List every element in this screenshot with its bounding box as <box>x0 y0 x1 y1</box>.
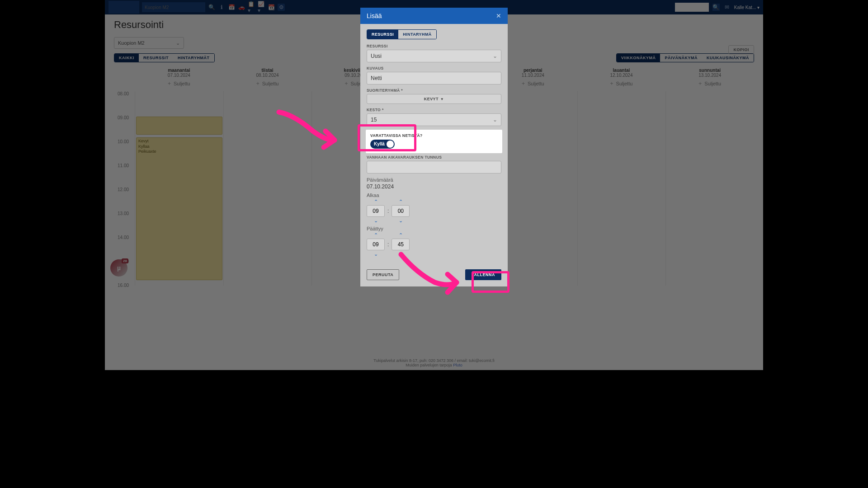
modal-tabs: RESURSSI HINTARYHMÄ <box>367 29 437 39</box>
end-time-picker: ⌃⌄ : ⌃⌄ <box>367 232 501 257</box>
tunnus-input[interactable] <box>367 161 501 174</box>
end-min-input[interactable] <box>392 239 410 250</box>
chevron-up-icon[interactable]: ⌃ <box>374 199 378 204</box>
save-button[interactable]: TALLENNA <box>465 269 501 280</box>
end-hour-input[interactable] <box>367 239 385 250</box>
close-icon[interactable]: ✕ <box>496 12 501 19</box>
start-hour-input[interactable] <box>367 205 385 217</box>
start-min-input[interactable] <box>392 205 410 217</box>
chevron-down-icon[interactable]: ⌄ <box>374 218 378 223</box>
start-time-picker: ⌃⌄ : ⌃⌄ <box>367 199 501 223</box>
cancel-button[interactable]: PERUUTA <box>367 269 399 280</box>
kesto-select[interactable]: 15⌄ <box>367 113 501 126</box>
tab-hintaryhma[interactable]: HINTARYHMÄ <box>398 30 436 39</box>
resurssi-select[interactable]: Uusi⌄ <box>367 50 501 62</box>
date-value: 07.10.2024 <box>367 183 501 190</box>
tab-resurssi[interactable]: RESURSSI <box>367 30 398 39</box>
kuvaus-input[interactable] <box>367 72 501 84</box>
add-modal: Lisää ✕ RESURSSI HINTARYHMÄ RESURSSI Uus… <box>360 8 508 286</box>
suoriteryhma-select[interactable]: KEVYT▼ <box>367 94 501 104</box>
netista-toggle[interactable]: Kyllä <box>370 140 395 149</box>
modal-title: Lisää <box>367 12 382 19</box>
